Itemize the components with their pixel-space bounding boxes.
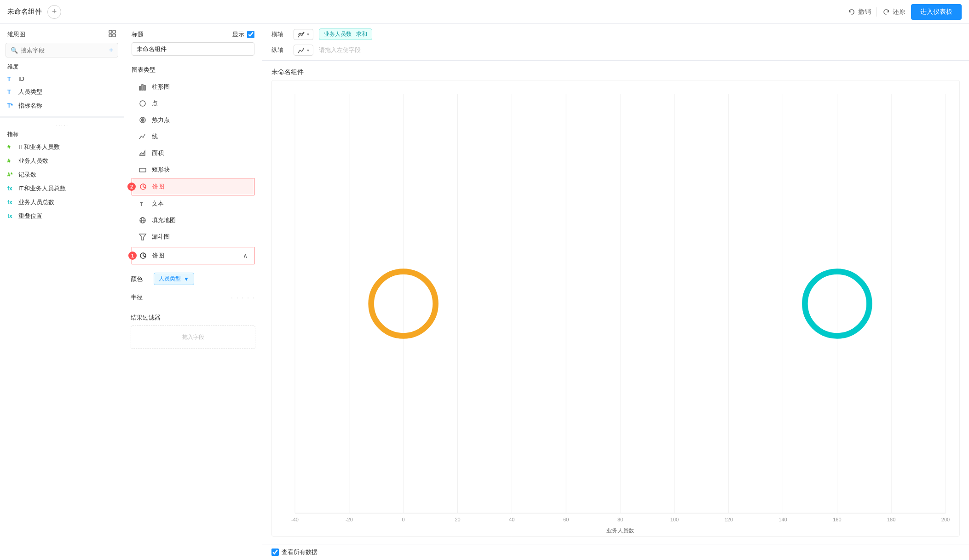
chart-type-bar-label: 柱形图: [152, 83, 170, 91]
metric-name: 业务人员数: [18, 157, 48, 165]
half-label: 半径: [131, 293, 149, 302]
undo-label: 撤销: [858, 8, 871, 16]
x-axis-type-icon: [298, 31, 305, 38]
filter-icon: ▼: [184, 276, 189, 282]
x-axis-row: 横轴 ▾ 业务人员数 求和: [271, 29, 960, 40]
chevron-up-icon: ∧: [243, 252, 248, 259]
search-input[interactable]: [21, 47, 106, 54]
dimension-section-label: 维度: [0, 61, 124, 73]
redo-icon: [882, 8, 890, 16]
dimension-list: TIDT人员类型T*指标名称: [0, 73, 124, 113]
dimension-item[interactable]: T人员类型: [0, 85, 124, 99]
check-all-data: 查看所有数据: [271, 548, 317, 556]
rect-icon: [138, 165, 147, 174]
enter-dashboard-button[interactable]: 进入仪表板: [911, 4, 962, 20]
dim-icon: T: [7, 89, 15, 95]
chart-type-line-label: 线: [152, 132, 158, 141]
title-input[interactable]: [132, 42, 254, 56]
color-prop-row: 颜色 人员类型 ▼: [131, 273, 255, 285]
chart-type-area[interactable]: 面积: [132, 145, 254, 161]
chart-svg: -40-20020406080100120140160180200业务人员数: [272, 80, 959, 536]
y-axis-placeholder: 请拖入左侧字段: [319, 46, 361, 54]
metric-icon: fx: [7, 213, 15, 219]
metric-item[interactable]: #业务人员数: [0, 154, 124, 168]
svg-text:业务人员数: 业务人员数: [606, 527, 634, 534]
x-axis-label: 横轴: [271, 30, 288, 39]
chart-type-area-label: 面积: [152, 149, 164, 157]
dim-name: 指标名称: [18, 102, 42, 110]
map-icon: [138, 216, 147, 225]
sidebar-title: 维恩图: [7, 30, 25, 39]
add-component-button[interactable]: +: [47, 5, 61, 19]
pie-section-header[interactable]: 1 饼图 ∧: [132, 247, 254, 264]
metric-item[interactable]: fx业务人员总数: [0, 195, 124, 209]
metric-icon: fx: [7, 199, 15, 206]
check-all-data-label: 查看所有数据: [282, 548, 317, 556]
chart-type-map[interactable]: 填充地图: [132, 212, 254, 229]
title-field-label: 标题: [132, 30, 144, 39]
x-axis-type-button[interactable]: ▾: [294, 29, 313, 40]
metric-icon: #: [7, 144, 15, 150]
component-title: 未命名组件: [7, 7, 42, 16]
heatpoint-icon: [138, 115, 147, 125]
metric-name: IT和业务人员数: [18, 143, 60, 151]
topbar: 未命名组件 + 撤销 还原 进入仪表板: [0, 0, 969, 24]
metric-name: 重叠位置: [18, 212, 42, 220]
point-icon: [138, 99, 147, 108]
main-layout: 维恩图 🔍 + 维度 TIDT人员类型T*指标名称 · · · · · 指标 #…: [0, 24, 969, 560]
svg-text:100: 100: [670, 517, 679, 522]
chart-type-heatpoint-label: 热力点: [152, 116, 170, 124]
dim-name: ID: [18, 75, 24, 82]
color-value-button[interactable]: 人员类型 ▼: [154, 273, 194, 285]
right-area: 横轴 ▾ 业务人员数 求和 纵轴: [262, 24, 969, 560]
chart-type-rect[interactable]: 矩形块: [132, 161, 254, 178]
metric-item[interactable]: fx重叠位置: [0, 209, 124, 223]
chart-type-funnel-label: 漏斗图: [152, 233, 170, 241]
undo-button[interactable]: 撤销: [848, 8, 871, 16]
chart-type-pie[interactable]: 2 饼图: [132, 178, 254, 195]
x-field-name: 业务人员数: [324, 31, 352, 37]
svg-text:120: 120: [724, 517, 733, 522]
chart-type-line[interactable]: 线: [132, 128, 254, 145]
search-icon: 🔍: [11, 47, 18, 54]
dimension-item[interactable]: TID: [0, 73, 124, 85]
x-field-agg: 求和: [356, 31, 367, 37]
chart-type-section: 图表类型 柱形图: [124, 59, 262, 268]
drag-handle: · · · · ·: [0, 122, 124, 129]
divider: [877, 7, 877, 17]
chart-type-funnel[interactable]: 漏斗图: [132, 229, 254, 245]
y-axis-type-chevron: ▾: [307, 48, 309, 53]
redo-button[interactable]: 还原: [882, 8, 906, 16]
add-field-button[interactable]: +: [109, 46, 113, 54]
metric-item[interactable]: fxIT和业务人员总数: [0, 182, 124, 195]
area-chart-icon: [138, 149, 147, 158]
check-all-data-checkbox[interactable]: [271, 549, 279, 556]
chart-type-bar[interactable]: 柱形图: [132, 79, 254, 95]
layout-switch-button[interactable]: [108, 29, 116, 39]
y-axis-row: 纵轴 ▾ 请拖入左侧字段: [271, 45, 960, 56]
show-checkbox[interactable]: [247, 31, 254, 38]
half-prop-row: 半径 · · · · ·: [131, 291, 255, 304]
metric-icon: #*: [7, 171, 15, 178]
funnel-icon: [138, 232, 147, 241]
metric-item[interactable]: #*记录数: [0, 168, 124, 182]
drop-placeholder: 拖入字段: [182, 334, 204, 340]
metric-icon: fx: [7, 185, 15, 192]
badge-2: 2: [127, 183, 136, 191]
chart-type-text-label: 文本: [152, 200, 164, 208]
pie-chart-icon: [138, 182, 148, 191]
metric-list: #IT和业务人员数#业务人员数#*记录数fxIT和业务人员总数fx业务人员总数f…: [0, 140, 124, 223]
dimension-item[interactable]: T*指标名称: [0, 99, 124, 113]
svg-text:T: T: [140, 201, 143, 207]
metric-name: 记录数: [18, 171, 36, 179]
props-section: 颜色 人员类型 ▼ 半径 · · · · ·: [124, 268, 262, 309]
x-axis-field-tag[interactable]: 业务人员数 求和: [319, 29, 372, 40]
dim-icon: T: [7, 76, 15, 82]
bar-chart-icon: [138, 82, 147, 91]
chart-type-point[interactable]: 点: [132, 95, 254, 112]
chart-type-heatpoint[interactable]: 热力点: [132, 112, 254, 128]
y-axis-type-button[interactable]: ▾: [294, 45, 313, 56]
metric-item[interactable]: #IT和业务人员数: [0, 140, 124, 154]
drop-area[interactable]: 拖入字段: [131, 326, 255, 349]
chart-type-text[interactable]: T 文本: [132, 195, 254, 212]
